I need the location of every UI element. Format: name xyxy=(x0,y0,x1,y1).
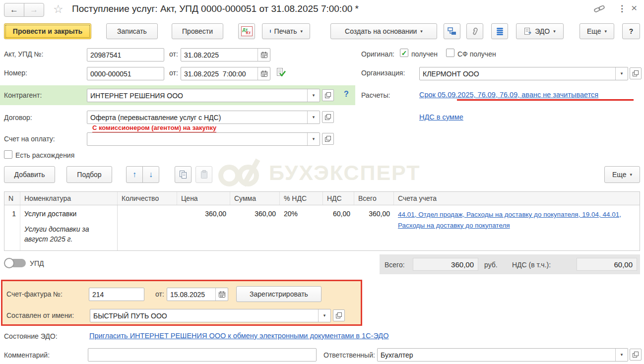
check-icon: ✓ xyxy=(401,50,407,57)
number-date-from-label: от: xyxy=(169,69,178,77)
forward-button[interactable]: → xyxy=(24,3,44,17)
close-icon[interactable]: × xyxy=(631,2,637,14)
col-qty[interactable]: Количество xyxy=(118,192,177,205)
open-form-icon xyxy=(325,136,331,142)
cell-price: 360,00 xyxy=(177,205,230,250)
calendar-icon[interactable] xyxy=(215,288,228,301)
move-down-button[interactable]: ↓ xyxy=(142,166,159,183)
favorite-star-icon[interactable]: ☆ xyxy=(53,2,64,16)
register-invoice-button[interactable]: Зарегистрировать xyxy=(236,286,322,302)
cell-n: 1 xyxy=(4,205,20,250)
settlements-link[interactable]: Срок 05.09.2025, 76.09, 76.09, аванс не … xyxy=(419,91,598,99)
invoice-number-input[interactable] xyxy=(89,288,144,301)
responsible-open-button[interactable] xyxy=(630,349,642,361)
issued-by-label: Составлен от имени: xyxy=(6,311,74,319)
document-check-icon[interactable] xyxy=(276,67,286,79)
col-nomenclature[interactable]: Номенклатура xyxy=(20,192,118,205)
back-icon: ← xyxy=(10,5,18,15)
col-sum[interactable]: Сумма xyxy=(230,192,280,205)
number-date-field xyxy=(181,67,270,80)
organization-field: ▾ xyxy=(419,67,628,80)
contract-open-button[interactable] xyxy=(322,111,334,123)
upd-toggle[interactable] xyxy=(4,258,26,268)
more-button[interactable]: Еще ▾ xyxy=(580,23,614,39)
add-row-button[interactable]: Добавить xyxy=(4,166,55,183)
number-input[interactable] xyxy=(87,67,164,80)
issued-by-open-button[interactable] xyxy=(333,309,345,321)
dropdown-button[interactable]: ▾ xyxy=(307,89,320,102)
caret-down-icon: ▾ xyxy=(300,29,303,34)
copy-icon xyxy=(179,170,188,179)
contract-annotation: С комиссионером (агентом) на закупку xyxy=(92,124,216,133)
post-button[interactable]: Провести xyxy=(172,23,223,39)
organization-input[interactable] xyxy=(420,67,615,80)
caret-down-icon: ▾ xyxy=(621,71,623,76)
vat-total-value: 60,00 xyxy=(577,258,637,271)
organization-open-button[interactable] xyxy=(630,67,642,79)
table-more-button[interactable]: Еще ▾ xyxy=(604,166,640,183)
show-postings-button[interactable]: Дт Кт xyxy=(238,23,255,39)
calendar-icon[interactable] xyxy=(258,67,270,80)
contract-label: Договор: xyxy=(4,114,32,121)
act-date-input[interactable] xyxy=(181,49,258,61)
col-n[interactable]: N xyxy=(4,192,20,205)
sf-received-checkbox[interactable] xyxy=(446,49,454,57)
dropdown-button[interactable]: ▾ xyxy=(307,133,320,145)
items-table-header: N Номенклатура Количество Цена Сумма % Н… xyxy=(4,192,640,205)
calendar-icon[interactable] xyxy=(258,49,270,61)
back-button[interactable]: ← xyxy=(4,3,24,17)
related-reports-button[interactable] xyxy=(491,23,508,39)
counterparty-check-help[interactable]: ? xyxy=(344,90,349,99)
paste-rows-button[interactable] xyxy=(195,166,212,183)
vat-total-label: НДС (в т.ч.): xyxy=(512,261,551,269)
paste-icon xyxy=(200,170,208,179)
comment-input[interactable] xyxy=(88,348,317,362)
arrow-up-icon: ↑ xyxy=(132,170,136,179)
contract-input[interactable] xyxy=(87,111,307,123)
col-vat-rate[interactable]: % НДС xyxy=(280,192,323,205)
print-button[interactable]: Печать ▾ xyxy=(262,23,310,39)
invoice-date-input[interactable] xyxy=(167,288,215,301)
payment-invoice-input[interactable] xyxy=(87,133,307,145)
col-accounts[interactable]: Счета учета xyxy=(394,192,640,205)
attachments-button[interactable] xyxy=(466,23,483,39)
upd-toggle-label: УПД xyxy=(30,259,44,267)
stack-icon xyxy=(496,27,504,36)
get-link-icon[interactable] xyxy=(593,4,605,15)
act-number-input[interactable] xyxy=(87,48,164,61)
original-received-checkbox[interactable]: ✓ xyxy=(400,49,408,57)
col-price[interactable]: Цена xyxy=(177,192,230,205)
dropdown-button[interactable]: ▾ xyxy=(318,309,330,322)
move-up-button[interactable]: ↑ xyxy=(126,166,143,183)
help-button[interactable]: ? xyxy=(622,23,640,39)
dropdown-button[interactable]: ▾ xyxy=(307,111,320,123)
copy-rows-button[interactable] xyxy=(175,166,192,183)
counterparty-open-button[interactable] xyxy=(322,89,334,101)
pick-button[interactable]: Подбор xyxy=(66,166,112,183)
cell-sum: 360,00 xyxy=(230,205,280,250)
discrepancies-checkbox[interactable] xyxy=(4,150,12,159)
caret-down-icon: ▾ xyxy=(313,137,315,141)
structure-icon xyxy=(448,27,456,35)
edo-invite-link[interactable]: Пригласить ИНТЕРНЕТ РЕШЕНИЯ ООО к обмену… xyxy=(89,332,388,340)
accounts-link[interactable]: 44.01, Отдел продаж, Расходы на доставку… xyxy=(398,209,636,231)
counterparty-input[interactable] xyxy=(87,89,307,102)
vat-in-sum-link[interactable]: НДС в сумме xyxy=(419,113,463,121)
invoice-from-label: от: xyxy=(155,290,164,298)
table-row[interactable]: 1 Услуги доставки Услуги доставки за авг… xyxy=(4,205,640,250)
act-date-from-label: от: xyxy=(169,50,178,58)
payment-invoice-open-button[interactable] xyxy=(322,133,334,145)
dropdown-button[interactable]: ▾ xyxy=(615,349,628,361)
kebab-menu-icon[interactable]: ⋮ xyxy=(618,3,626,14)
col-vat[interactable]: НДС xyxy=(323,192,354,205)
post-and-close-button[interactable]: Провести и закрыть xyxy=(4,23,91,39)
col-total[interactable]: Всего xyxy=(354,192,394,205)
save-button[interactable]: Записать xyxy=(106,23,158,39)
dropdown-button[interactable]: ▾ xyxy=(615,67,628,80)
document-structure-button[interactable] xyxy=(444,23,460,39)
edo-button[interactable]: ЭДО ▾ xyxy=(516,23,564,39)
issued-by-input[interactable] xyxy=(90,309,318,322)
responsible-input[interactable] xyxy=(378,349,615,361)
create-based-on-button[interactable]: Создать на основании ▾ xyxy=(330,23,437,39)
number-date-input[interactable] xyxy=(181,67,258,80)
